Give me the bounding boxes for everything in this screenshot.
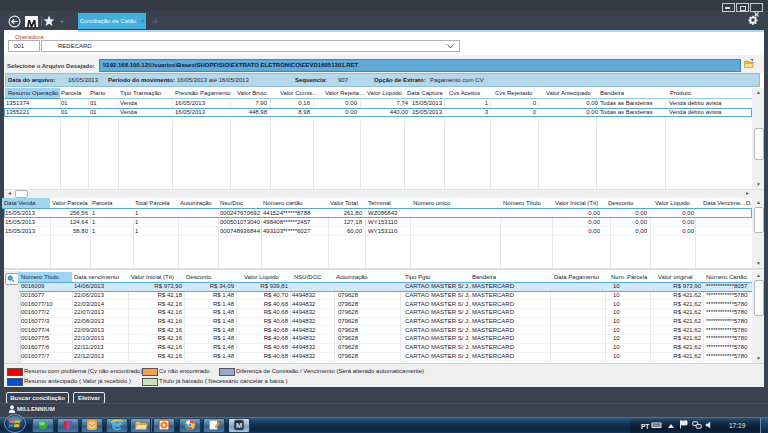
svg-text:M: M xyxy=(235,421,241,430)
